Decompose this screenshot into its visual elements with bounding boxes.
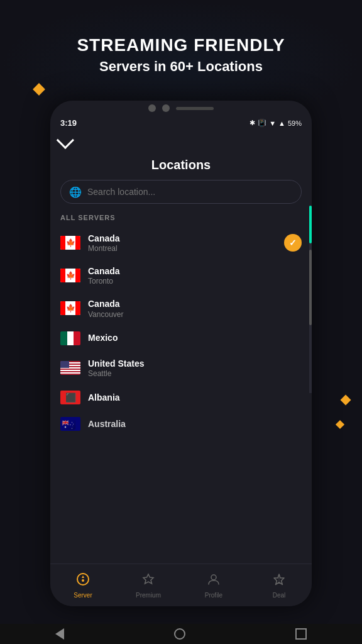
svg-marker-2 — [143, 574, 153, 584]
flag-canada: 🍁 — [60, 236, 80, 250]
svg-point-3 — [211, 575, 216, 580]
server-country: Canada — [88, 233, 284, 244]
wifi-icon: ▼ — [269, 119, 276, 127]
list-item[interactable]: ⬛ Albania — [50, 384, 312, 411]
phone-notch-area — [50, 101, 312, 113]
maple-leaf: 🍁 — [66, 304, 75, 313]
maple-leaf: 🍁 — [66, 271, 75, 280]
bluetooth-icon: ✱ — [250, 119, 255, 127]
globe-icon: 🌐 — [69, 186, 82, 198]
camera-dot — [148, 104, 156, 112]
deal-icon — [272, 572, 286, 590]
search-container: 🌐 — [60, 180, 302, 204]
scroll-thumb-active — [309, 206, 312, 243]
server-country: Mexico — [88, 332, 302, 343]
flag-canada: 🍁 — [60, 269, 80, 282]
profile-icon — [207, 572, 221, 590]
android-recents-button[interactable] — [295, 628, 307, 640]
chevron-down-icon — [57, 131, 74, 149]
page-title: Locations — [50, 155, 312, 180]
nav-item-deal[interactable]: Deal — [246, 572, 312, 599]
selected-badge: ✓ — [284, 234, 302, 252]
signal-icon: ▲ — [278, 119, 285, 127]
android-back-button[interactable] — [55, 628, 64, 640]
svg-point-1 — [82, 579, 84, 582]
search-input[interactable] — [60, 180, 302, 204]
flag-australia — [60, 417, 80, 431]
nav-label-premium: Premium — [136, 592, 161, 599]
back-button[interactable] — [50, 130, 312, 155]
server-info: Albania — [88, 392, 302, 403]
scroll-track[interactable] — [309, 206, 312, 393]
flag-canada: 🍁 — [60, 301, 80, 315]
flag-stripe-red — [74, 331, 80, 345]
flag-stripe-green — [60, 331, 67, 345]
checkmark-icon: ✓ — [289, 238, 297, 248]
list-item[interactable]: 🍁 Canada Toronto — [50, 259, 312, 292]
nav-label-deal: Deal — [273, 592, 286, 599]
nav-label-profile: Profile — [205, 592, 222, 599]
server-country: United States — [88, 358, 302, 369]
server-info: Canada Montreal — [88, 233, 284, 253]
server-info: Canada Toronto — [88, 265, 302, 286]
server-info: Mexico — [88, 332, 302, 343]
server-city: Vancouver — [88, 310, 302, 319]
battery-text: 59% — [288, 119, 302, 127]
flag-mexico — [60, 331, 80, 345]
list-item[interactable]: Australia — [50, 411, 312, 437]
nav-item-profile[interactable]: Profile — [181, 572, 246, 599]
server-country: Canada — [88, 265, 302, 277]
vibrate-icon: 📳 — [258, 119, 266, 127]
flag-albania: ⬛ — [60, 391, 80, 404]
status-icons: ✱ 📳 ▼ ▲ 59% — [250, 119, 302, 127]
eagle-icon: ⬛ — [65, 392, 76, 402]
list-item[interactable]: 🍁 Canada Vancouver — [50, 292, 312, 325]
server-list: 🍁 Canada Montreal ✓ 🍁 Canada Toronto — [50, 226, 312, 437]
speaker-bar — [176, 107, 214, 110]
list-item[interactable]: United States Seattle — [50, 352, 312, 384]
server-city: Seattle — [88, 369, 302, 378]
server-country: Australia — [88, 418, 302, 430]
app-content: Locations 🌐 ALL SERVERS 🍁 Canada Montrea… — [50, 130, 312, 437]
flag-us — [60, 361, 80, 375]
server-city: Toronto — [88, 277, 302, 286]
status-time: 3:19 — [60, 118, 77, 128]
bottom-navigation: Server Premium Profile — [50, 564, 312, 606]
android-navigation-bar — [0, 624, 362, 644]
nav-item-premium[interactable]: Premium — [116, 572, 181, 599]
status-bar: 3:19 ✱ 📳 ▼ ▲ 59% — [50, 113, 312, 130]
server-city: Montreal — [88, 244, 284, 253]
server-info: United States Seattle — [88, 358, 302, 378]
flag-stripe-white — [67, 331, 74, 345]
nav-label-server: Server — [74, 592, 92, 599]
header-section: STREAMING FRIENDLY Servers in 60+ Locati… — [0, 35, 362, 75]
phone-frame: 3:19 ✱ 📳 ▼ ▲ 59% Locations 🌐 ALL SERVERS — [50, 101, 312, 606]
nav-item-server[interactable]: Server — [50, 572, 116, 599]
server-country: Canada — [88, 298, 302, 309]
list-item[interactable]: Mexico — [50, 325, 312, 352]
section-label: ALL SERVERS — [50, 214, 312, 226]
premium-icon — [141, 572, 155, 590]
header-title-line2: Servers in 60+ Locations — [0, 58, 362, 75]
server-country: Albania — [88, 392, 302, 403]
server-info: Australia — [88, 418, 302, 430]
server-info: Canada Vancouver — [88, 298, 302, 318]
camera-dot-2 — [162, 104, 170, 112]
android-home-button[interactable] — [174, 628, 185, 640]
header-title-line1: STREAMING FRIENDLY — [0, 35, 362, 56]
maple-leaf: 🍁 — [66, 238, 75, 247]
list-item[interactable]: 🍁 Canada Montreal ✓ — [50, 226, 312, 259]
scroll-thumb-inactive — [309, 250, 312, 325]
server-icon — [76, 572, 90, 590]
